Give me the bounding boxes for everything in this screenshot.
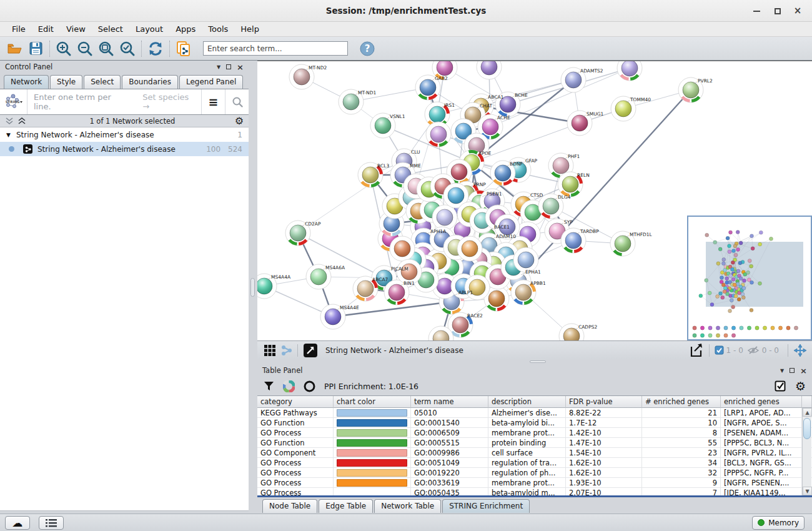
tab-network[interactable]: Network bbox=[4, 75, 49, 89]
table-row[interactable]: GO ProcessGO:0019220regulation of ph...1… bbox=[257, 468, 812, 478]
zoom-out-button[interactable] bbox=[74, 39, 96, 59]
panel-menu-icon[interactable]: ▼ bbox=[217, 64, 220, 70]
save-session-button[interactable] bbox=[25, 39, 46, 59]
collapse-all-icon[interactable] bbox=[5, 117, 14, 125]
table-row[interactable]: GO ProcessGO:0051049regulation of tra...… bbox=[257, 458, 812, 468]
birdseye-view[interactable] bbox=[687, 216, 812, 340]
column-header-chart-color[interactable]: chart color bbox=[334, 396, 411, 408]
collection-expand-icon[interactable]: ▼ bbox=[6, 132, 11, 138]
string-options-button[interactable]: ≡ bbox=[201, 89, 225, 114]
table-scrollbar[interactable]: ▲ ▼ bbox=[802, 408, 811, 495]
table-row[interactable]: KEGG Pathways05010Alzheimer's dise...8.8… bbox=[257, 408, 812, 418]
menu-edit[interactable]: Edit bbox=[32, 23, 59, 35]
network-node[interactable] bbox=[457, 236, 482, 261]
maximize-icon[interactable] bbox=[767, 0, 788, 22]
tab-string-enrichment[interactable]: STRING Enrichment bbox=[442, 499, 530, 513]
table-settings-gear-icon[interactable]: ⚙ bbox=[795, 379, 806, 393]
menu-select[interactable]: Select bbox=[92, 23, 129, 35]
column-header-fdr-p-value[interactable]: FDR p-value bbox=[566, 396, 642, 408]
network-options-gear-icon[interactable]: ⚙ bbox=[235, 115, 244, 127]
current-network-indicator bbox=[9, 146, 14, 152]
scrollbar-thumb[interactable] bbox=[803, 418, 811, 439]
pan-navigate-button[interactable] bbox=[793, 344, 807, 357]
menu-apps[interactable]: Apps bbox=[170, 23, 201, 35]
menu-file[interactable]: File bbox=[6, 23, 31, 35]
show-graphics-details-button[interactable] bbox=[303, 343, 318, 358]
select-checkbox-icon[interactable] bbox=[775, 380, 786, 392]
network-node[interactable] bbox=[513, 247, 538, 272]
column-header-enriched-genes[interactable]: enriched genes bbox=[721, 396, 802, 408]
table-cell: cell surface bbox=[488, 448, 566, 457]
network-from-file-button[interactable] bbox=[173, 39, 194, 59]
scroll-up-arrow[interactable]: ▲ bbox=[803, 408, 812, 417]
string-protein-query-button[interactable]: STRING bbox=[0, 89, 27, 114]
column-header-category[interactable]: category bbox=[257, 396, 334, 408]
chart-donut-icon[interactable] bbox=[283, 380, 295, 392]
splitter-handle[interactable] bbox=[250, 278, 255, 297]
network-view-title: String Network - Alzheimer's disease bbox=[325, 346, 689, 355]
task-history-button[interactable] bbox=[39, 516, 64, 530]
menu-layout[interactable]: Layout bbox=[130, 23, 169, 35]
chart-ring-icon[interactable] bbox=[304, 380, 315, 392]
menu-help[interactable]: Help bbox=[235, 23, 265, 35]
network-node[interactable] bbox=[390, 236, 415, 261]
table-row[interactable]: GO FunctionGO:0005515protein binding1.47… bbox=[257, 438, 812, 448]
string-terms-input[interactable]: Enter one term per line. Set species → bbox=[27, 89, 201, 114]
float-panel-icon[interactable] bbox=[226, 64, 231, 69]
apply-layout-button[interactable] bbox=[145, 39, 166, 59]
table-row[interactable]: GO ProcessGO:0006509membrane prot...1.42… bbox=[257, 428, 812, 438]
open-session-button[interactable] bbox=[4, 39, 25, 59]
network-row-selected[interactable]: String Network - Alzheimer's disease 100… bbox=[0, 142, 249, 156]
menu-tools[interactable]: Tools bbox=[202, 23, 234, 35]
table-row[interactable]: GO ComponentGO:0009986cell surface1.54E-… bbox=[257, 448, 812, 458]
tab-style[interactable]: Style bbox=[50, 75, 82, 89]
network-node[interactable] bbox=[465, 275, 490, 300]
panel-menu-icon[interactable]: ▼ bbox=[780, 368, 784, 374]
horizontal-splitter[interactable] bbox=[257, 359, 812, 364]
search-input[interactable] bbox=[203, 41, 348, 56]
export-network-button[interactable] bbox=[689, 343, 704, 358]
grid-view-button[interactable] bbox=[264, 344, 276, 357]
status-bar: ☁ Memory bbox=[0, 514, 812, 531]
filter-icon[interactable] bbox=[264, 381, 274, 392]
tab-select[interactable]: Select bbox=[84, 75, 121, 89]
column-header-term-name[interactable]: term name bbox=[411, 396, 488, 408]
table-row[interactable]: GO FunctionGO:0001540beta-amyloid bi...1… bbox=[257, 418, 812, 428]
table-cell: membrane prot... bbox=[488, 428, 566, 437]
float-panel-icon[interactable] bbox=[790, 368, 795, 373]
tab-edge-table[interactable]: Edge Table bbox=[319, 499, 373, 513]
network-node[interactable] bbox=[477, 61, 502, 79]
cloud-tasks-button[interactable]: ☁ bbox=[5, 516, 30, 530]
network-node[interactable] bbox=[432, 205, 457, 230]
network-node[interactable] bbox=[426, 122, 451, 147]
expand-all-icon[interactable] bbox=[17, 117, 26, 125]
close-panel-icon[interactable]: × bbox=[237, 63, 244, 71]
help-button[interactable]: ? bbox=[357, 39, 378, 59]
tab-legend-panel[interactable]: Legend Panel bbox=[179, 75, 243, 89]
zoom-selected-button[interactable] bbox=[117, 39, 138, 59]
column-header-description[interactable]: description bbox=[488, 396, 566, 408]
minimize-icon[interactable] bbox=[746, 0, 767, 22]
table-row[interactable]: GO ProcessGO:0050435beta-amyloid m...2.0… bbox=[257, 488, 812, 495]
tab-boundaries[interactable]: Boundaries bbox=[122, 75, 178, 89]
table-row[interactable]: GO ProcessGO:0033619membrane prot...1.93… bbox=[257, 478, 812, 488]
node-label: IRS1 bbox=[444, 102, 455, 108]
string-search-button[interactable] bbox=[225, 89, 249, 114]
zoom-in-button[interactable] bbox=[53, 39, 74, 59]
menu-view[interactable]: View bbox=[61, 23, 91, 35]
column-header--enriched-genes[interactable]: # enriched genes bbox=[642, 396, 721, 408]
close-icon[interactable]: × bbox=[787, 0, 808, 22]
network-share-view-button[interactable] bbox=[281, 345, 292, 356]
close-panel-icon[interactable]: × bbox=[800, 367, 807, 375]
vertical-splitter[interactable] bbox=[249, 61, 257, 512]
network-node[interactable] bbox=[617, 61, 642, 81]
tab-network-table[interactable]: Network Table bbox=[374, 499, 441, 513]
splitter-handle[interactable] bbox=[530, 360, 546, 363]
tab-node-table[interactable]: Node Table bbox=[262, 499, 317, 513]
table-cell: 8 bbox=[642, 428, 721, 437]
memory-button[interactable]: Memory bbox=[752, 516, 805, 530]
zoom-fit-button[interactable] bbox=[96, 39, 117, 59]
network-collection-row[interactable]: ▼ String Network - Alzheimer's disease 1 bbox=[0, 127, 249, 142]
scroll-down-arrow[interactable]: ▼ bbox=[803, 487, 812, 495]
chart-color-cell bbox=[334, 438, 411, 447]
